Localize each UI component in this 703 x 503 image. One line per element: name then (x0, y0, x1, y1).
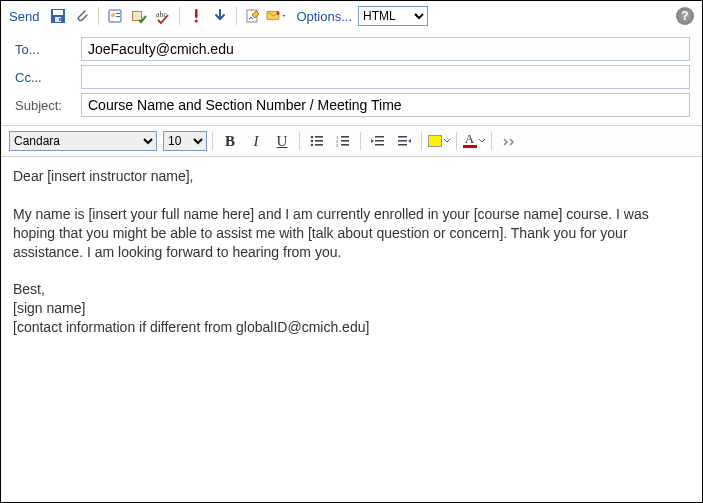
font-name-select[interactable]: Candara (9, 131, 157, 151)
subject-row: Subject: (1, 91, 698, 119)
italic-button[interactable]: I (244, 130, 268, 152)
signature-icon[interactable] (242, 5, 264, 27)
high-importance-icon[interactable] (185, 5, 207, 27)
subject-input[interactable] (81, 93, 690, 117)
highlight-color-button[interactable] (427, 130, 451, 152)
message-body[interactable]: Dear [insert instructor name], My name i… (1, 157, 702, 502)
svg-rect-27 (375, 136, 384, 138)
to-input[interactable] (81, 37, 690, 61)
toolbar-separator (212, 132, 213, 150)
header-fields: To... Cc... Subject: (1, 31, 702, 125)
svg-rect-18 (315, 140, 323, 142)
message-format-select[interactable]: HTML (358, 6, 428, 26)
svg-rect-3 (59, 18, 61, 21)
svg-point-5 (111, 13, 115, 17)
svg-rect-11 (195, 9, 198, 18)
cc-row: Cc... (1, 63, 698, 91)
compose-window: Send abc Options... (0, 0, 703, 503)
svg-rect-1 (53, 10, 63, 15)
indent-button[interactable] (392, 130, 416, 152)
toolbar-separator (98, 7, 99, 25)
check-names-icon[interactable] (128, 5, 150, 27)
help-icon[interactable]: ? (676, 7, 694, 25)
font-size-select[interactable]: 10 (163, 131, 207, 151)
send-button[interactable]: Send (9, 9, 39, 24)
save-icon[interactable] (47, 5, 69, 27)
bold-button[interactable]: B (218, 130, 242, 152)
spellcheck-icon[interactable]: abc (152, 5, 174, 27)
svg-rect-16 (315, 136, 323, 138)
svg-rect-9 (133, 12, 141, 20)
toolbar-separator (299, 132, 300, 150)
toolbar-separator (179, 7, 180, 25)
numbered-list-button[interactable]: 123 (331, 130, 355, 152)
underline-button[interactable]: U (270, 130, 294, 152)
svg-point-19 (311, 144, 314, 147)
svg-rect-31 (398, 140, 407, 142)
svg-rect-20 (315, 144, 323, 146)
outdent-button[interactable] (366, 130, 390, 152)
svg-point-15 (311, 136, 314, 139)
toolbar-separator (360, 132, 361, 150)
to-row: To... (1, 35, 698, 63)
cc-input[interactable] (81, 65, 690, 89)
more-formatting-button[interactable] (497, 130, 521, 152)
options-button[interactable]: Options... (296, 9, 352, 24)
top-toolbar: Send abc Options... (1, 1, 702, 31)
svg-rect-26 (341, 144, 349, 146)
toolbar-separator (456, 132, 457, 150)
svg-rect-29 (375, 144, 384, 146)
subject-label: Subject: (15, 98, 71, 113)
address-book-icon[interactable] (104, 5, 126, 27)
toolbar-separator (236, 7, 237, 25)
svg-rect-22 (341, 136, 349, 138)
attach-icon[interactable] (71, 5, 93, 27)
svg-rect-6 (116, 13, 120, 14)
flag-dropdown-icon[interactable] (266, 5, 288, 27)
bullet-list-button[interactable] (305, 130, 329, 152)
low-importance-icon[interactable] (209, 5, 231, 27)
to-label-button[interactable]: To... (15, 42, 71, 57)
svg-point-17 (311, 140, 314, 143)
chevron-down-icon (443, 137, 451, 145)
toolbar-separator (421, 132, 422, 150)
font-color-button[interactable]: A (462, 130, 486, 152)
editor-toolbar: Candara 10 B I U 123 A (1, 125, 702, 157)
svg-rect-30 (398, 136, 407, 138)
svg-rect-28 (375, 140, 384, 142)
chevron-down-icon (478, 137, 486, 145)
toolbar-separator (491, 132, 492, 150)
svg-rect-7 (116, 16, 120, 17)
cc-label-button[interactable]: Cc... (15, 70, 71, 85)
svg-text:3: 3 (336, 143, 339, 148)
svg-point-12 (195, 19, 198, 22)
svg-rect-32 (398, 144, 407, 146)
svg-rect-24 (341, 140, 349, 142)
